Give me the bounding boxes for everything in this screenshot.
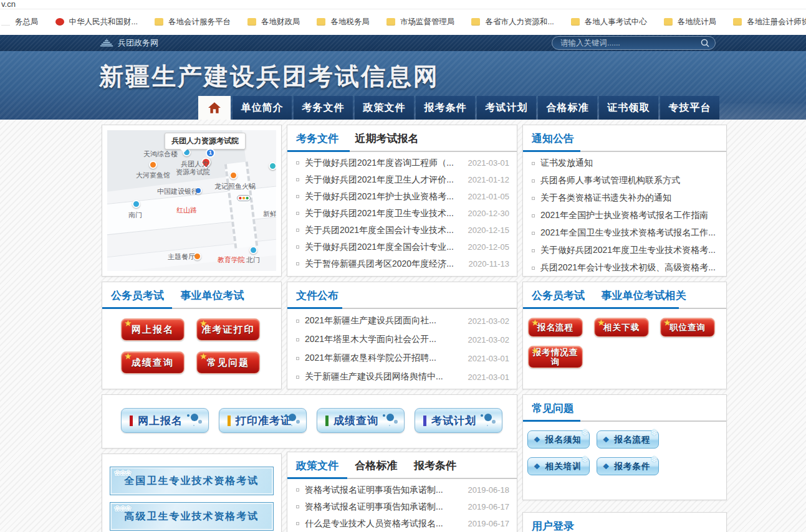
- portal-logo[interactable]: 兵团政务网: [100, 37, 158, 49]
- nav-home-tab[interactable]: [198, 96, 231, 120]
- map-marker-icon[interactable]: [149, 161, 157, 169]
- tab-civil-service-exam[interactable]: 公务员考试: [111, 290, 164, 302]
- star-icon: ★: [125, 352, 133, 361]
- banner-label: 全国卫生专业技术资格考试: [125, 475, 259, 488]
- file-item[interactable]: 2021年塔里木大学面向社会公开... 2021-03-02: [287, 330, 517, 349]
- snowflake-icon: ❄: [651, 428, 658, 437]
- tab-notices[interactable]: 通知公告: [532, 133, 574, 145]
- tab-public-institution-exam[interactable]: 事业单位考试: [180, 290, 244, 302]
- tab-application-requirements[interactable]: 报考条件: [414, 460, 456, 472]
- map-marker-icon[interactable]: [132, 200, 140, 208]
- quicklink-banner[interactable]: 考试计划: [415, 408, 502, 433]
- tab-civil-service-exam[interactable]: 公务员考试: [532, 290, 585, 302]
- policy-item[interactable]: 资格考试报名证明事项告知承诺制... 2019-06-18: [287, 482, 517, 498]
- tab-policy-documents[interactable]: 政策文件: [296, 460, 338, 472]
- notice-item[interactable]: 兵团各师人事考试管理机构联系方式: [523, 172, 726, 189]
- quicklink-banner[interactable]: 打印准考证: [219, 408, 307, 433]
- diamond-icon: ❖: [603, 462, 610, 471]
- news-date: 2020-12-30: [468, 209, 510, 218]
- red-action-button[interactable]: ★ 相关下载: [594, 318, 649, 337]
- news-title: 关于做好兵团2021年度咨询工程师（...: [305, 158, 463, 169]
- nav-tab[interactable]: 报考条件: [416, 96, 475, 120]
- quicklink-banner[interactable]: 成绩查询: [317, 408, 405, 433]
- location-map[interactable]: 兵团人力资源考试院 1: [107, 130, 276, 271]
- map-marker-icon[interactable]: [249, 246, 257, 254]
- policy-item[interactable]: 什么是专业技术人员资格考试报名... 2019-06-17: [287, 515, 517, 532]
- bookmark-item[interactable]: 务总局: [1, 17, 39, 27]
- news-item[interactable]: 关于暂停新疆兵团考区2020年度经济... 2020-11-13: [287, 255, 517, 272]
- nav-tab[interactable]: 政策文件: [355, 96, 414, 120]
- address-bar-fragment[interactable]: v.cn: [0, 0, 806, 9]
- nav-tab[interactable]: 专技平台: [660, 96, 719, 120]
- health-exam-banner[interactable]: ❀❀❀ 高级卫生专业技术资格考试: [110, 502, 274, 531]
- faq-button[interactable]: ❖ 报名流程 ❄: [597, 430, 659, 449]
- button-label: 报考条件: [615, 461, 651, 472]
- red-action-button[interactable]: ★ 报考情况查询: [528, 346, 583, 368]
- map-marker-icon[interactable]: [229, 171, 237, 179]
- news-item[interactable]: 关于做好兵团2021年度卫生专业技术... 2020-12-30: [287, 205, 517, 222]
- bookmark-item[interactable]: 各地会计服务平台: [155, 17, 231, 27]
- news-item[interactable]: 关于做好兵团2021年护士执业资格考... 2021-01-05: [287, 188, 517, 205]
- red-action-button[interactable]: ★ 常见问题: [196, 351, 260, 374]
- bullet-icon: [296, 229, 299, 232]
- tab-user-login[interactable]: 用户登录: [532, 520, 574, 532]
- file-item[interactable]: 2021年新疆生产建设兵团面向社... 2021-03-02: [287, 311, 517, 330]
- red-action-button[interactable]: ★ 准考证打印: [196, 318, 260, 341]
- nav-tab[interactable]: 证书领取: [599, 96, 658, 120]
- bookmark-folder-icon: [55, 18, 64, 26]
- bookmark-item[interactable]: 各地统计局: [664, 17, 717, 27]
- tab-pass-standards[interactable]: 合格标准: [355, 460, 397, 472]
- health-exam-banner[interactable]: ❀❀❀ 全国卫生专业技术资格考试: [110, 467, 274, 495]
- tab-faq[interactable]: 常见问题: [532, 402, 574, 414]
- nav-tab[interactable]: 单位简介: [233, 96, 292, 120]
- news-item[interactable]: 关于做好兵团2021年度咨询工程师（... 2021-03-01: [287, 154, 517, 171]
- banner-label: 考试计划: [431, 414, 476, 428]
- bookmark-item[interactable]: 各地财政局: [247, 17, 300, 27]
- nav-tab[interactable]: 合格标准: [538, 96, 597, 120]
- bookmark-item[interactable]: 各地人事考试中心: [571, 17, 647, 27]
- tab-exam-documents[interactable]: 考务文件: [296, 133, 338, 145]
- bookmark-folder-icon: [733, 18, 742, 26]
- bookmark-item[interactable]: 市场监督管理局: [386, 17, 455, 27]
- notice-item[interactable]: 2021年全国护士执业资格考试报名工作指南: [523, 207, 726, 224]
- red-action-button[interactable]: ★ 报名流程: [528, 318, 583, 337]
- search-input[interactable]: [560, 39, 700, 47]
- bookmark-item[interactable]: 各地税务局: [317, 17, 370, 27]
- quicklink-banner[interactable]: 网上报名: [121, 408, 209, 433]
- bookmark-item[interactable]: 各地注册会计师协会: [733, 17, 806, 27]
- bookmark-item[interactable]: 中华人民共和国财...: [55, 17, 138, 27]
- news-item[interactable]: 关于做好兵团2021年度全国会计专业... 2020-12-05: [287, 239, 517, 255]
- news-date: 2021-01-05: [468, 192, 510, 201]
- notice-item[interactable]: 关于做好兵团2021年度卫生专业技术资格考...: [523, 242, 726, 259]
- notice-item[interactable]: 2021年全国卫生专业技术资格考试报名工作...: [523, 224, 726, 242]
- nav-tab[interactable]: 考试计划: [477, 96, 536, 120]
- news-title: 关于做好兵团2021年度卫生人才评价...: [305, 174, 463, 186]
- browser-chrome: v.cn 务总局 中华人民共和国财... 各地会计服务平台 各地财政局: [0, 0, 806, 35]
- news-item[interactable]: 关于做好兵团2021年度卫生人才评价... 2021-01-12: [287, 171, 517, 188]
- panel-header: 公务员考试 事业单位考试: [102, 282, 281, 309]
- tab-files-published[interactable]: 文件公布: [296, 290, 338, 302]
- active-tab-underline: [287, 477, 347, 479]
- tab-recent-registration[interactable]: 近期考试报名: [355, 133, 418, 145]
- news-item[interactable]: 关于兵团2021年度全国会计专业技术... 2020-12-15: [287, 222, 517, 239]
- search-icon[interactable]: [700, 38, 710, 48]
- policy-item[interactable]: 资格考试报名证明事项告知承诺制... 2019-06-17: [287, 498, 517, 515]
- notice-item[interactable]: 兵团2021年会计专业技术初级、高级资格考...: [523, 259, 726, 277]
- faq-button[interactable]: ❖ 报考条件 ❄: [597, 457, 659, 475]
- map-marker-icon[interactable]: [269, 162, 276, 170]
- bubbles-decoration-icon: [289, 414, 296, 421]
- red-action-button[interactable]: ★ 职位查询: [660, 318, 715, 337]
- red-action-button[interactable]: ★ 成绩查询: [121, 351, 185, 374]
- nav-tab[interactable]: 考务文件: [294, 96, 353, 120]
- tab-public-institution-related[interactable]: 事业单位考试相关: [601, 290, 686, 302]
- notice-item[interactable]: 关于各类资格证书遗失补办的通知: [523, 189, 726, 207]
- red-action-button[interactable]: ★ 网上报名: [121, 318, 185, 341]
- file-item[interactable]: 关于新疆生产建设兵团网络舆情中... 2021-03-01: [287, 368, 517, 386]
- notice-title: 2021年全国卫生专业技术资格考试报名工作...: [540, 227, 719, 239]
- civil-service-panel: 公务员考试 事业单位考试 ★ 网上报名 ★ 准考证打印 ★ 成绩查询: [102, 282, 282, 389]
- faq-button[interactable]: ❖ 报名须知 ❄: [527, 430, 590, 449]
- file-item[interactable]: 2021年新疆农垦科学院公开招聘... 2021-03-01: [287, 349, 517, 368]
- notice-item[interactable]: 证书发放通知: [523, 154, 726, 172]
- faq-button[interactable]: ❖ 相关培训 ❄: [527, 457, 590, 475]
- bookmark-item[interactable]: 各省市人力资源和...: [471, 17, 554, 27]
